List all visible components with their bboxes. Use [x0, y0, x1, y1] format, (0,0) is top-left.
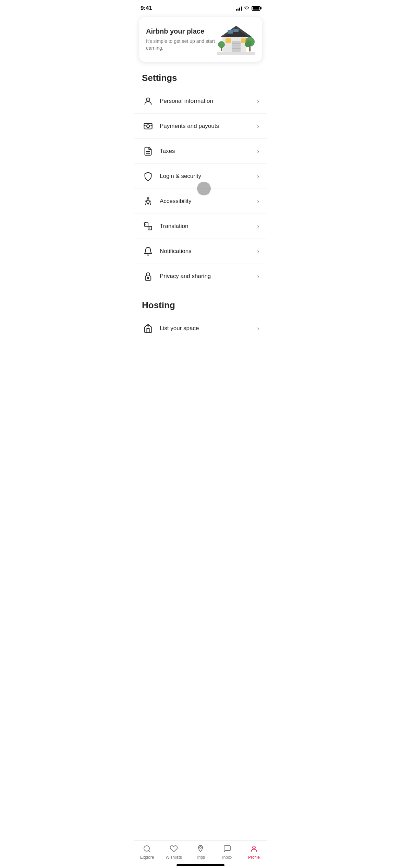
- chevron-right-icon: ›: [257, 325, 259, 332]
- chevron-right-icon: ›: [257, 123, 259, 130]
- svg-rect-16: [221, 47, 222, 51]
- settings-item-label: Taxes: [160, 148, 257, 155]
- hosting-menu-list: List your space ›: [134, 316, 267, 341]
- signal-icon: [236, 6, 242, 11]
- svg-rect-14: [249, 47, 251, 51]
- promo-illustration: [217, 24, 255, 55]
- settings-item-accessibility[interactable]: Accessibility ›: [134, 189, 267, 214]
- battery-icon: [252, 6, 260, 11]
- status-time: 9:41: [141, 5, 152, 12]
- shield-icon: [142, 170, 154, 182]
- settings-item-label: Login & security: [160, 173, 257, 180]
- chevron-right-icon: ›: [257, 198, 259, 205]
- hosting-item-label: List your space: [160, 325, 257, 332]
- svg-point-27: [147, 198, 149, 200]
- svg-rect-4: [228, 30, 233, 34]
- promo-description: It's simple to get set up and start earn…: [146, 38, 217, 51]
- wifi-icon: [244, 6, 250, 10]
- notifications-icon: [142, 245, 154, 257]
- settings-item-notifications[interactable]: Notifications ›: [134, 239, 267, 264]
- settings-item-label: Translation: [160, 223, 257, 230]
- settings-title: Settings: [134, 70, 267, 89]
- settings-item-login-and-security[interactable]: Login & security ›: [134, 164, 267, 189]
- settings-menu-list: Personal information › Payments and payo…: [134, 89, 267, 289]
- svg-point-20: [146, 98, 149, 101]
- svg-point-22: [147, 125, 149, 128]
- chevron-right-icon: ›: [257, 173, 259, 180]
- airbnb-promo-card[interactable]: Airbnb your place It's simple to get set…: [139, 17, 262, 62]
- settings-item-payments-and-payouts[interactable]: Payments and payouts ›: [134, 114, 267, 139]
- settings-item-personal-information[interactable]: Personal information ›: [134, 89, 267, 114]
- svg-rect-8: [232, 41, 241, 52]
- chevron-right-icon: ›: [257, 148, 259, 155]
- payments-icon: [142, 120, 154, 132]
- privacy-icon: [142, 270, 154, 282]
- settings-item-taxes[interactable]: Taxes ›: [134, 139, 267, 164]
- accessibility-icon: [142, 195, 154, 207]
- settings-item-privacy-and-sharing[interactable]: Privacy and sharing ›: [134, 264, 267, 289]
- hosting-title: Hosting: [134, 297, 267, 316]
- settings-item-label: Privacy and sharing: [160, 273, 257, 280]
- svg-point-15: [218, 41, 225, 48]
- translation-icon: A 文: [142, 220, 154, 232]
- list-space-icon: [142, 322, 154, 335]
- settings-item-label: Personal information: [160, 98, 257, 105]
- hosting-item-list-your-space[interactable]: List your space ›: [134, 316, 267, 341]
- svg-rect-17: [217, 52, 255, 55]
- promo-title: Airbnb your place: [146, 27, 217, 35]
- status-icons: [236, 6, 260, 11]
- chevron-right-icon: ›: [257, 273, 259, 280]
- settings-item-label: Payments and payouts: [160, 123, 257, 130]
- svg-rect-5: [233, 29, 239, 32]
- svg-rect-21: [144, 123, 152, 129]
- settings-item-label: Notifications: [160, 248, 257, 255]
- person-icon: [142, 95, 154, 107]
- chevron-right-icon: ›: [257, 98, 259, 105]
- taxes-icon: [142, 145, 154, 157]
- settings-item-label: Accessibility: [160, 198, 257, 205]
- chevron-right-icon: ›: [257, 248, 259, 255]
- svg-rect-18: [226, 39, 231, 43]
- svg-rect-19: [242, 39, 246, 43]
- chevron-right-icon: ›: [257, 223, 259, 230]
- status-bar: 9:41: [134, 0, 267, 14]
- svg-text:A: A: [145, 224, 146, 226]
- settings-item-translation[interactable]: A 文 Translation ›: [134, 214, 267, 239]
- svg-text:文: 文: [149, 227, 151, 229]
- hosting-section: Hosting List your space ›: [134, 297, 267, 341]
- promo-text: Airbnb your place It's simple to get set…: [146, 27, 217, 51]
- settings-section: Settings Personal information ›: [134, 70, 267, 289]
